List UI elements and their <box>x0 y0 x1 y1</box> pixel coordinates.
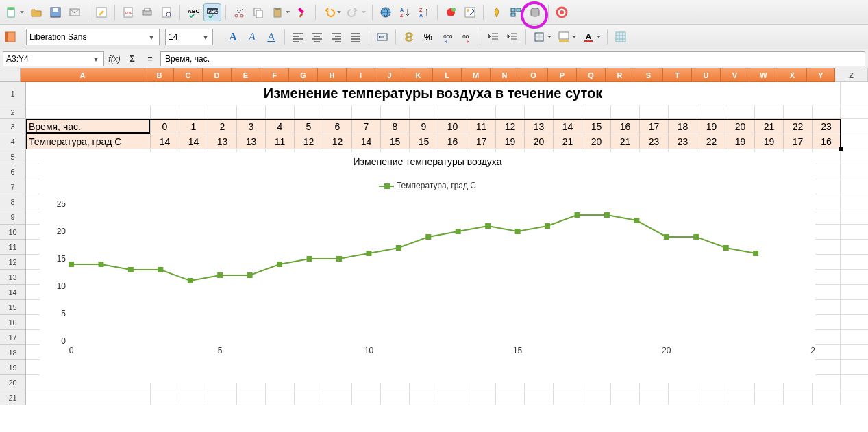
col-header-Z[interactable]: Z <box>835 68 868 82</box>
cell-D2[interactable] <box>208 105 237 119</box>
add-decimal-button[interactable]: .000 <box>438 28 456 46</box>
print-button[interactable] <box>138 3 156 21</box>
cell-L3[interactable]: 10 <box>438 119 467 134</box>
cell-X2[interactable] <box>784 105 813 119</box>
name-box-input[interactable] <box>6 54 91 64</box>
row-header-5[interactable]: 5 <box>0 149 26 164</box>
cell-Y13[interactable] <box>813 270 841 285</box>
underline-button[interactable]: A <box>262 28 280 46</box>
email-button[interactable] <box>66 3 84 21</box>
row-header-17[interactable]: 17 <box>0 330 26 345</box>
dropdown-icon[interactable]: ▾ <box>201 32 210 42</box>
cell-D21[interactable] <box>208 390 237 405</box>
redo-button[interactable] <box>345 3 362 21</box>
font-size-combo[interactable]: ▾ <box>165 29 213 45</box>
row-header-12[interactable]: 12 <box>0 255 26 270</box>
cell-X21[interactable] <box>784 390 813 405</box>
col-header-R[interactable]: R <box>606 68 634 82</box>
cell-Y17[interactable] <box>813 330 841 345</box>
grid-lines-button[interactable] <box>612 28 630 46</box>
remove-decimal-button[interactable]: .00 <box>458 28 475 46</box>
cell-Q4[interactable]: 20 <box>582 134 611 149</box>
cell-Y18[interactable] <box>813 345 841 360</box>
dropdown-icon[interactable]: ▾ <box>91 54 101 64</box>
new-doc-button[interactable] <box>3 3 21 21</box>
cell-J4[interactable]: 15 <box>381 134 410 149</box>
cell-N2[interactable] <box>496 105 525 119</box>
format-paintbrush-button[interactable] <box>293 3 311 21</box>
cell-X4[interactable]: 17 <box>784 134 813 149</box>
cell-U3[interactable]: 19 <box>697 119 726 134</box>
cell-Z17[interactable] <box>841 330 868 345</box>
copy-button[interactable] <box>249 3 267 21</box>
drawing-button[interactable] <box>461 3 479 21</box>
col-header-P[interactable]: P <box>548 68 577 82</box>
cell-Z1[interactable] <box>841 82 868 105</box>
sort-asc-button[interactable]: AZ <box>396 3 414 21</box>
cell-H4[interactable]: 12 <box>323 134 352 149</box>
row-header-6[interactable]: 6 <box>0 164 26 179</box>
cell-B3[interactable]: 0 <box>151 119 179 134</box>
formula-input[interactable]: Время, час. <box>160 51 865 66</box>
row-header-18[interactable]: 18 <box>0 345 26 360</box>
row-header-16[interactable]: 16 <box>0 315 26 330</box>
column-headers[interactable]: ABCDEFGHIJKLMNOPQRSTUVWXYZ <box>21 68 868 82</box>
cell-C4[interactable]: 14 <box>179 134 208 149</box>
cell-S3[interactable]: 17 <box>640 119 669 134</box>
col-header-G[interactable]: G <box>289 68 318 82</box>
cell-Y2[interactable] <box>813 105 841 119</box>
currency-button[interactable] <box>400 28 418 46</box>
cell-R4[interactable]: 21 <box>611 134 640 149</box>
percent-button[interactable]: % <box>419 28 437 46</box>
align-right-button[interactable] <box>327 28 345 46</box>
cell-U21[interactable] <box>697 390 726 405</box>
merge-cells-button[interactable] <box>373 28 391 46</box>
bg-color-button[interactable] <box>555 28 573 46</box>
row-header-10[interactable]: 10 <box>0 225 26 240</box>
bold-button[interactable]: A <box>224 28 242 46</box>
cell-Z5[interactable] <box>841 149 868 164</box>
cell-Z8[interactable] <box>841 194 868 209</box>
cell-Z16[interactable] <box>841 315 868 330</box>
cell-Y10[interactable] <box>813 225 841 240</box>
row-header-11[interactable]: 11 <box>0 240 26 255</box>
cell-C21[interactable] <box>179 390 208 405</box>
cell-S21[interactable] <box>640 390 669 405</box>
cell-P3[interactable]: 14 <box>554 119 582 134</box>
row-header-13[interactable]: 13 <box>0 270 26 285</box>
cell-O3[interactable]: 13 <box>525 119 554 134</box>
cell-Y15[interactable] <box>813 300 841 315</box>
cell-A21[interactable] <box>26 390 151 405</box>
row-header-19[interactable]: 19 <box>0 360 26 375</box>
cell-I21[interactable] <box>352 390 381 405</box>
chart[interactable]: Изменение температуры воздуха Температур… <box>40 152 815 383</box>
cell-Q3[interactable]: 15 <box>582 119 611 134</box>
justify-button[interactable] <box>347 28 364 46</box>
cell-M3[interactable]: 11 <box>467 119 496 134</box>
cell-T2[interactable] <box>669 105 697 119</box>
record-macro-button[interactable] <box>442 3 460 21</box>
col-header-D[interactable]: D <box>203 68 232 82</box>
cell-R21[interactable] <box>611 390 640 405</box>
row-header-20[interactable]: 20 <box>0 375 26 390</box>
pdf-export-button[interactable]: PDF <box>119 3 137 21</box>
cell-R2[interactable] <box>611 105 640 119</box>
cell-O21[interactable] <box>525 390 554 405</box>
cell-Y21[interactable] <box>813 390 841 405</box>
cell-Y5[interactable] <box>813 149 841 164</box>
row-header-2[interactable]: 2 <box>0 105 26 119</box>
save-button[interactable] <box>47 3 64 21</box>
cell-H21[interactable] <box>323 390 352 405</box>
cell-U4[interactable]: 22 <box>697 134 726 149</box>
paste-button[interactable] <box>269 3 286 21</box>
auto-spellcheck-button[interactable]: ABC <box>203 3 221 21</box>
col-header-X[interactable]: X <box>778 68 807 82</box>
title-cell[interactable]: Изменение температуры воздуха в течение … <box>26 82 841 105</box>
col-header-B[interactable]: B <box>145 68 174 82</box>
cell-L4[interactable]: 16 <box>438 134 467 149</box>
col-header-L[interactable]: L <box>433 68 462 82</box>
cell-V21[interactable] <box>726 390 755 405</box>
col-header-J[interactable]: J <box>375 68 404 82</box>
cell-Y3[interactable]: 23 <box>813 119 841 134</box>
increase-indent-button[interactable] <box>504 28 521 46</box>
